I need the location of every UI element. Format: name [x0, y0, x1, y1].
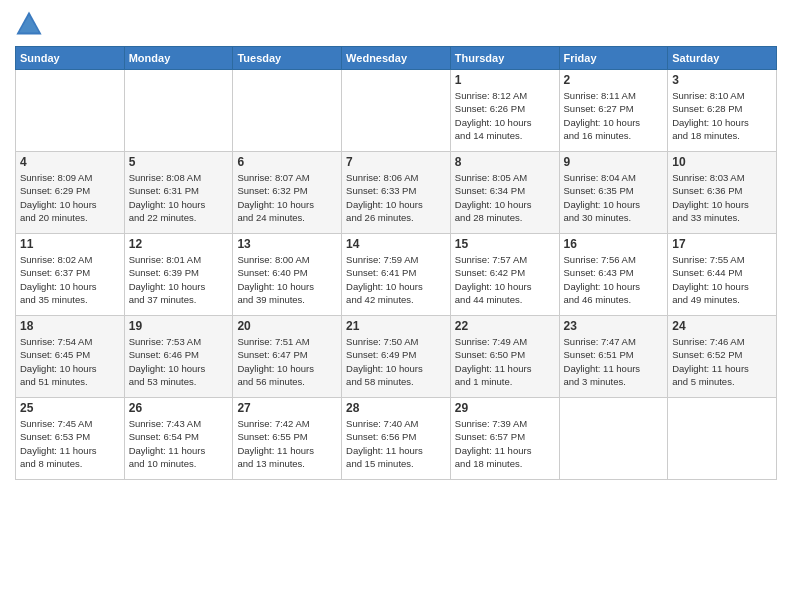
calendar-cell: 15Sunrise: 7:57 AM Sunset: 6:42 PM Dayli…: [450, 234, 559, 316]
logo: [15, 10, 47, 38]
weekday-row: Sunday Monday Tuesday Wednesday Thursday…: [16, 47, 777, 70]
day-number: 6: [237, 155, 337, 169]
day-number: 19: [129, 319, 229, 333]
day-number: 13: [237, 237, 337, 251]
day-info: Sunrise: 7:53 AM Sunset: 6:46 PM Dayligh…: [129, 335, 229, 388]
header-sunday: Sunday: [16, 47, 125, 70]
day-info: Sunrise: 8:12 AM Sunset: 6:26 PM Dayligh…: [455, 89, 555, 142]
day-number: 14: [346, 237, 446, 251]
day-info: Sunrise: 7:43 AM Sunset: 6:54 PM Dayligh…: [129, 417, 229, 470]
day-info: Sunrise: 7:55 AM Sunset: 6:44 PM Dayligh…: [672, 253, 772, 306]
calendar-cell: 9Sunrise: 8:04 AM Sunset: 6:35 PM Daylig…: [559, 152, 668, 234]
day-info: Sunrise: 8:01 AM Sunset: 6:39 PM Dayligh…: [129, 253, 229, 306]
calendar-cell: 14Sunrise: 7:59 AM Sunset: 6:41 PM Dayli…: [342, 234, 451, 316]
calendar-cell: 18Sunrise: 7:54 AM Sunset: 6:45 PM Dayli…: [16, 316, 125, 398]
calendar-cell: 4Sunrise: 8:09 AM Sunset: 6:29 PM Daylig…: [16, 152, 125, 234]
day-number: 15: [455, 237, 555, 251]
day-info: Sunrise: 7:59 AM Sunset: 6:41 PM Dayligh…: [346, 253, 446, 306]
calendar-week-4: 25Sunrise: 7:45 AM Sunset: 6:53 PM Dayli…: [16, 398, 777, 480]
calendar-week-0: 1Sunrise: 8:12 AM Sunset: 6:26 PM Daylig…: [16, 70, 777, 152]
calendar-cell: 23Sunrise: 7:47 AM Sunset: 6:51 PM Dayli…: [559, 316, 668, 398]
day-number: 3: [672, 73, 772, 87]
calendar-cell: [342, 70, 451, 152]
calendar-cell: 17Sunrise: 7:55 AM Sunset: 6:44 PM Dayli…: [668, 234, 777, 316]
day-info: Sunrise: 7:54 AM Sunset: 6:45 PM Dayligh…: [20, 335, 120, 388]
calendar-cell: 21Sunrise: 7:50 AM Sunset: 6:49 PM Dayli…: [342, 316, 451, 398]
day-number: 27: [237, 401, 337, 415]
day-number: 5: [129, 155, 229, 169]
day-number: 29: [455, 401, 555, 415]
calendar-cell: 1Sunrise: 8:12 AM Sunset: 6:26 PM Daylig…: [450, 70, 559, 152]
day-number: 22: [455, 319, 555, 333]
calendar-cell: 2Sunrise: 8:11 AM Sunset: 6:27 PM Daylig…: [559, 70, 668, 152]
day-info: Sunrise: 7:42 AM Sunset: 6:55 PM Dayligh…: [237, 417, 337, 470]
calendar-cell: 10Sunrise: 8:03 AM Sunset: 6:36 PM Dayli…: [668, 152, 777, 234]
day-info: Sunrise: 8:03 AM Sunset: 6:36 PM Dayligh…: [672, 171, 772, 224]
calendar-cell: [233, 70, 342, 152]
day-info: Sunrise: 8:04 AM Sunset: 6:35 PM Dayligh…: [564, 171, 664, 224]
day-info: Sunrise: 7:47 AM Sunset: 6:51 PM Dayligh…: [564, 335, 664, 388]
calendar-cell: [668, 398, 777, 480]
day-info: Sunrise: 8:07 AM Sunset: 6:32 PM Dayligh…: [237, 171, 337, 224]
calendar-cell: 5Sunrise: 8:08 AM Sunset: 6:31 PM Daylig…: [124, 152, 233, 234]
day-info: Sunrise: 7:57 AM Sunset: 6:42 PM Dayligh…: [455, 253, 555, 306]
header-monday: Monday: [124, 47, 233, 70]
calendar-body: 1Sunrise: 8:12 AM Sunset: 6:26 PM Daylig…: [16, 70, 777, 480]
calendar-cell: [124, 70, 233, 152]
day-number: 2: [564, 73, 664, 87]
calendar-cell: 7Sunrise: 8:06 AM Sunset: 6:33 PM Daylig…: [342, 152, 451, 234]
calendar-cell: 20Sunrise: 7:51 AM Sunset: 6:47 PM Dayli…: [233, 316, 342, 398]
day-number: 25: [20, 401, 120, 415]
day-number: 12: [129, 237, 229, 251]
day-info: Sunrise: 8:08 AM Sunset: 6:31 PM Dayligh…: [129, 171, 229, 224]
day-info: Sunrise: 8:00 AM Sunset: 6:40 PM Dayligh…: [237, 253, 337, 306]
calendar-header: Sunday Monday Tuesday Wednesday Thursday…: [16, 47, 777, 70]
day-number: 9: [564, 155, 664, 169]
calendar-cell: 16Sunrise: 7:56 AM Sunset: 6:43 PM Dayli…: [559, 234, 668, 316]
day-number: 8: [455, 155, 555, 169]
day-number: 17: [672, 237, 772, 251]
day-info: Sunrise: 7:49 AM Sunset: 6:50 PM Dayligh…: [455, 335, 555, 388]
calendar-table: Sunday Monday Tuesday Wednesday Thursday…: [15, 46, 777, 480]
calendar-cell: 12Sunrise: 8:01 AM Sunset: 6:39 PM Dayli…: [124, 234, 233, 316]
day-number: 10: [672, 155, 772, 169]
calendar-cell: 29Sunrise: 7:39 AM Sunset: 6:57 PM Dayli…: [450, 398, 559, 480]
day-info: Sunrise: 8:05 AM Sunset: 6:34 PM Dayligh…: [455, 171, 555, 224]
day-number: 26: [129, 401, 229, 415]
day-info: Sunrise: 7:51 AM Sunset: 6:47 PM Dayligh…: [237, 335, 337, 388]
calendar-cell: [559, 398, 668, 480]
day-info: Sunrise: 8:10 AM Sunset: 6:28 PM Dayligh…: [672, 89, 772, 142]
day-number: 1: [455, 73, 555, 87]
day-info: Sunrise: 7:39 AM Sunset: 6:57 PM Dayligh…: [455, 417, 555, 470]
calendar-cell: 19Sunrise: 7:53 AM Sunset: 6:46 PM Dayli…: [124, 316, 233, 398]
header-wednesday: Wednesday: [342, 47, 451, 70]
calendar-cell: 22Sunrise: 7:49 AM Sunset: 6:50 PM Dayli…: [450, 316, 559, 398]
calendar-cell: [16, 70, 125, 152]
calendar-cell: 3Sunrise: 8:10 AM Sunset: 6:28 PM Daylig…: [668, 70, 777, 152]
day-info: Sunrise: 8:09 AM Sunset: 6:29 PM Dayligh…: [20, 171, 120, 224]
header-friday: Friday: [559, 47, 668, 70]
page-header: [15, 10, 777, 38]
calendar-cell: 27Sunrise: 7:42 AM Sunset: 6:55 PM Dayli…: [233, 398, 342, 480]
day-info: Sunrise: 7:40 AM Sunset: 6:56 PM Dayligh…: [346, 417, 446, 470]
day-info: Sunrise: 7:56 AM Sunset: 6:43 PM Dayligh…: [564, 253, 664, 306]
calendar-week-2: 11Sunrise: 8:02 AM Sunset: 6:37 PM Dayli…: [16, 234, 777, 316]
logo-icon: [15, 10, 43, 38]
day-info: Sunrise: 8:11 AM Sunset: 6:27 PM Dayligh…: [564, 89, 664, 142]
day-number: 23: [564, 319, 664, 333]
calendar-cell: 25Sunrise: 7:45 AM Sunset: 6:53 PM Dayli…: [16, 398, 125, 480]
day-number: 18: [20, 319, 120, 333]
header-tuesday: Tuesday: [233, 47, 342, 70]
calendar-cell: 24Sunrise: 7:46 AM Sunset: 6:52 PM Dayli…: [668, 316, 777, 398]
calendar-cell: 26Sunrise: 7:43 AM Sunset: 6:54 PM Dayli…: [124, 398, 233, 480]
calendar-cell: 8Sunrise: 8:05 AM Sunset: 6:34 PM Daylig…: [450, 152, 559, 234]
calendar-cell: 28Sunrise: 7:40 AM Sunset: 6:56 PM Dayli…: [342, 398, 451, 480]
day-number: 21: [346, 319, 446, 333]
header-thursday: Thursday: [450, 47, 559, 70]
calendar-cell: 6Sunrise: 8:07 AM Sunset: 6:32 PM Daylig…: [233, 152, 342, 234]
day-number: 7: [346, 155, 446, 169]
day-number: 20: [237, 319, 337, 333]
calendar-week-3: 18Sunrise: 7:54 AM Sunset: 6:45 PM Dayli…: [16, 316, 777, 398]
day-info: Sunrise: 7:45 AM Sunset: 6:53 PM Dayligh…: [20, 417, 120, 470]
day-number: 24: [672, 319, 772, 333]
